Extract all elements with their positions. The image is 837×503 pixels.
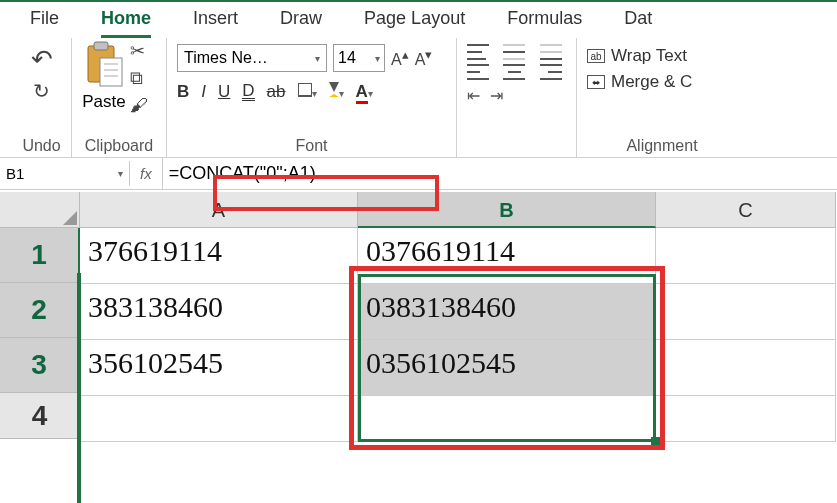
increase-font-icon[interactable]: A▴ <box>391 47 409 69</box>
row-header-4[interactable]: 4 <box>0 393 80 439</box>
spreadsheet-grid: 1 2 3 4 A B C 376619114 0376619114 38313… <box>0 192 837 442</box>
group-undo: ↶ ↻ Undo <box>12 38 72 157</box>
row-header-3[interactable]: 3 <box>0 338 80 393</box>
increase-indent-icon[interactable]: ⇥ <box>490 86 503 105</box>
svg-rect-1 <box>94 42 108 50</box>
fill-color-button[interactable]: ▾ <box>329 82 344 102</box>
fill-handle[interactable] <box>651 437 660 446</box>
clipboard-icon <box>82 40 126 88</box>
decrease-indent-icon[interactable]: ⇤ <box>467 86 480 105</box>
align-right-icon[interactable] <box>540 64 562 80</box>
clipboard-group-label: Clipboard <box>82 135 156 157</box>
underline-button[interactable]: U <box>218 82 230 102</box>
alignment-group-label: Alignment <box>587 135 737 157</box>
col-header-a[interactable]: A <box>80 192 358 228</box>
cell-c3[interactable] <box>656 340 836 396</box>
ribbon: ↶ ↻ Undo Paste ✂ ⧉ 🖌 Clipboard Times Ne…… <box>0 38 837 158</box>
align-middle-icon[interactable] <box>503 44 525 60</box>
cell-c4[interactable] <box>656 396 836 442</box>
align-bottom-icon[interactable] <box>540 44 562 60</box>
tab-data[interactable]: Dat <box>624 8 652 38</box>
cell-a3[interactable]: 356102545 <box>80 340 358 396</box>
cell-b3[interactable]: 0356102545 <box>358 340 656 396</box>
align-left-icon[interactable] <box>467 64 489 80</box>
font-size-select[interactable]: 14▾ <box>333 44 385 72</box>
align-top-icon[interactable] <box>467 44 489 60</box>
decrease-font-icon[interactable]: A▾ <box>415 47 433 69</box>
row-header-2[interactable]: 2 <box>0 283 80 338</box>
group-clipboard: Paste ✂ ⧉ 🖌 Clipboard <box>72 38 167 157</box>
wrap-text-icon: ab <box>587 49 605 63</box>
tab-home[interactable]: Home <box>101 8 151 38</box>
strikethrough-button[interactable]: ab <box>267 82 286 102</box>
col-header-c[interactable]: C <box>656 192 836 228</box>
cell-a1[interactable]: 376619114 <box>80 228 358 284</box>
copy-icon[interactable]: ⧉ <box>130 68 148 89</box>
cell-b4[interactable] <box>358 396 656 442</box>
double-underline-button[interactable]: D <box>242 83 254 101</box>
merge-center-button[interactable]: ⬌Merge & C <box>587 72 737 92</box>
cell-a4[interactable] <box>80 396 358 442</box>
cell-c2[interactable] <box>656 284 836 340</box>
group-wrap: abWrap Text ⬌Merge & C Alignment <box>577 38 747 157</box>
tab-page-layout[interactable]: Page Layout <box>364 8 465 38</box>
undo-icon[interactable]: ↶ <box>22 44 61 75</box>
redo-icon[interactable]: ↻ <box>22 79 61 103</box>
select-all-corner[interactable] <box>0 192 80 228</box>
font-color-button[interactable]: A▾ <box>356 82 373 102</box>
tab-draw[interactable]: Draw <box>280 8 322 38</box>
paste-button[interactable]: Paste <box>82 40 126 112</box>
tab-formulas[interactable]: Formulas <box>507 8 582 38</box>
font-name-select[interactable]: Times Ne…▾ <box>177 44 327 72</box>
wrap-text-button[interactable]: abWrap Text <box>587 46 737 66</box>
col-header-b[interactable]: B <box>358 192 656 228</box>
tab-insert[interactable]: Insert <box>193 8 238 38</box>
border-button[interactable]: ▾ <box>298 82 317 102</box>
cell-b1[interactable]: 0376619114 <box>358 228 656 284</box>
align-center-icon[interactable] <box>503 64 525 80</box>
cell-a2[interactable]: 383138460 <box>80 284 358 340</box>
font-group-label: Font <box>177 135 446 157</box>
formula-bar: B1▾ fx =CONCAT("0";A1) <box>0 158 837 190</box>
italic-button[interactable]: I <box>201 82 206 102</box>
undo-group-label: Undo <box>22 135 61 157</box>
row-header-1[interactable]: 1 <box>0 228 80 283</box>
svg-rect-2 <box>100 58 122 86</box>
tab-file[interactable]: File <box>30 8 59 38</box>
column-a-left-accent <box>77 273 81 503</box>
group-font: Times Ne…▾ 14▾ A▴ A▾ B I U D ab ▾ ▾ A▾ F… <box>167 38 457 157</box>
bold-button[interactable]: B <box>177 82 189 102</box>
format-painter-icon[interactable]: 🖌 <box>130 95 148 116</box>
name-box[interactable]: B1▾ <box>0 161 130 186</box>
group-align: ⇤ ⇥ <box>457 38 577 157</box>
formula-input[interactable]: =CONCAT("0";A1) <box>163 161 837 186</box>
cell-b2[interactable]: 0383138460 <box>358 284 656 340</box>
ribbon-tabs: File Home Insert Draw Page Layout Formul… <box>0 2 837 38</box>
cut-icon[interactable]: ✂ <box>130 40 148 62</box>
cell-c1[interactable] <box>656 228 836 284</box>
merge-icon: ⬌ <box>587 75 605 89</box>
fx-icon[interactable]: fx <box>130 158 163 189</box>
